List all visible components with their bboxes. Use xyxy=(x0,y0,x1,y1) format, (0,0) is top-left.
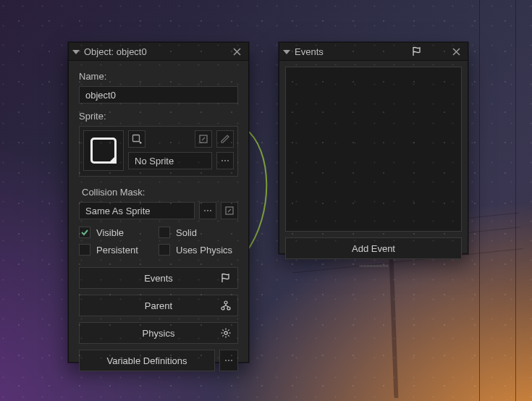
svg-point-3 xyxy=(221,160,223,161)
svg-point-1 xyxy=(140,142,141,143)
flag-icon xyxy=(219,271,233,285)
events-panel: Events Add Event xyxy=(279,42,468,254)
checkbox-icon xyxy=(79,244,90,256)
events-list[interactable] xyxy=(285,67,462,232)
parent-icon xyxy=(219,298,233,313)
checkbox-icon xyxy=(159,244,170,256)
svg-point-11 xyxy=(221,307,224,310)
svg-point-6 xyxy=(204,210,206,211)
svg-point-4 xyxy=(224,160,226,161)
name-label: Name: xyxy=(79,71,238,82)
edit-collision-button[interactable] xyxy=(221,202,238,219)
object-editor-panel: Object: object0 Name: Sprite: xyxy=(68,42,249,363)
variable-definitions-label: Variable Definitions xyxy=(106,355,187,366)
new-sprite-button[interactable] xyxy=(128,130,145,148)
checkbox-icon xyxy=(159,227,170,238)
physics-button-label: Physics xyxy=(143,328,175,339)
parent-button-label: Parent xyxy=(145,300,172,311)
parent-button[interactable]: Parent xyxy=(79,295,238,316)
sprite-tool-button[interactable] xyxy=(195,130,212,148)
edit-sprite-button[interactable] xyxy=(216,130,234,148)
add-event-button[interactable]: Add Event xyxy=(285,237,462,259)
persistent-checkbox[interactable]: Persistent xyxy=(79,244,159,256)
add-event-label: Add Event xyxy=(352,243,395,254)
svg-point-16 xyxy=(231,360,232,361)
svg-point-5 xyxy=(227,160,229,161)
visible-checkbox[interactable]: Visible xyxy=(79,227,159,238)
svg-point-12 xyxy=(227,307,230,310)
sprite-label: Sprite: xyxy=(79,111,238,122)
close-icon[interactable] xyxy=(229,44,244,59)
uses-physics-checkbox[interactable]: Uses Physics xyxy=(159,244,238,256)
sprite-select[interactable]: No Sprite xyxy=(128,152,212,169)
events-panel-title: Events xyxy=(295,46,410,57)
sprite-select-value: No Sprite xyxy=(135,156,174,166)
sprite-preview[interactable] xyxy=(83,130,124,171)
svg-rect-0 xyxy=(133,135,140,142)
persistent-checkbox-label: Persistent xyxy=(96,245,138,256)
physics-button[interactable]: Physics xyxy=(79,322,238,344)
events-button[interactable]: Events xyxy=(79,267,238,289)
checkbox-icon xyxy=(79,227,90,238)
svg-point-10 xyxy=(224,301,227,304)
solid-checkbox[interactable]: Solid xyxy=(159,227,238,238)
sprite-placeholder-icon xyxy=(90,138,117,164)
collapse-icon[interactable] xyxy=(72,50,80,54)
svg-point-15 xyxy=(228,360,229,361)
collision-mask-value: Same As Sprite xyxy=(85,206,151,216)
events-panel-titlebar[interactable]: Events xyxy=(279,43,468,61)
flag-icon[interactable] xyxy=(410,44,424,59)
collision-more-button[interactable] xyxy=(199,202,216,219)
object-panel-titlebar[interactable]: Object: object0 xyxy=(69,43,248,61)
variable-definitions-more-button[interactable] xyxy=(219,350,238,371)
object-panel-title: Object: object0 xyxy=(84,46,229,57)
resize-grip[interactable] xyxy=(345,265,402,268)
object-name-input[interactable] xyxy=(79,86,238,104)
svg-point-8 xyxy=(210,210,211,211)
collapse-icon[interactable] xyxy=(283,50,290,54)
solid-checkbox-label: Solid xyxy=(176,227,197,238)
svg-point-14 xyxy=(225,360,227,361)
collision-mask-label: Collision Mask: xyxy=(82,187,238,198)
svg-point-13 xyxy=(224,332,227,334)
close-icon[interactable] xyxy=(449,44,463,59)
gear-icon xyxy=(219,326,233,340)
variable-definitions-button[interactable]: Variable Definitions xyxy=(79,350,215,371)
sprite-section: No Sprite xyxy=(79,126,238,177)
events-button-label: Events xyxy=(144,273,173,284)
uses-physics-checkbox-label: Uses Physics xyxy=(176,245,232,256)
svg-point-7 xyxy=(207,210,208,211)
visible-checkbox-label: Visible xyxy=(96,227,124,238)
sprite-more-button[interactable] xyxy=(216,152,234,169)
collision-mask-select[interactable]: Same As Sprite xyxy=(79,202,195,219)
